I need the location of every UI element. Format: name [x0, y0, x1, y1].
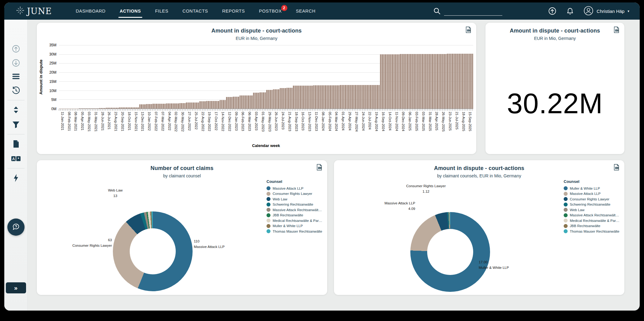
legend-color-dot	[266, 197, 270, 201]
filter-icon[interactable]	[11, 119, 21, 130]
translate-icon[interactable]: A *	[11, 153, 21, 164]
legend-color-dot	[564, 192, 568, 196]
legend-item[interactable]: Massive Attack LLP	[266, 186, 321, 190]
expand-sidebar-button[interactable]: »	[6, 282, 26, 293]
card-claims-by-counsel: Number of court claims by claimant couns…	[37, 160, 327, 295]
logo-mark-icon	[16, 6, 25, 16]
legend-item[interactable]: Schwering Rechtsanwälte	[266, 203, 321, 207]
slice-label-consumer-rights: Consumer Rights Lawyer1.12	[394, 184, 458, 195]
donut-chart-dispute: Consumer Rights Lawyer1.12 Massive Attac…	[334, 180, 563, 295]
legend-color-dot	[266, 224, 270, 228]
legend-item[interactable]: Thomas Mauser Rechtsanwälte	[266, 229, 321, 233]
search-icon[interactable]	[432, 6, 442, 16]
nav-item-contacts[interactable]: CONTACTS	[182, 2, 208, 20]
legend-item[interactable]: Massive Attack LLP	[564, 192, 618, 196]
legend-color-dot	[266, 229, 270, 233]
avatar-icon	[583, 6, 594, 17]
history-icon[interactable]	[11, 85, 21, 96]
y-axis-labels: 0M5M10M15M20M25M30M35M	[45, 45, 59, 109]
nav-item-actions[interactable]: ACTIONS	[120, 2, 141, 20]
legend-item[interactable]: Consumer Rights Lawyer	[266, 192, 321, 196]
legend-color-dot	[564, 186, 568, 190]
user-menu[interactable]: Christian Häp ▾	[583, 6, 629, 17]
x-axis-title: Calendar week	[59, 142, 473, 149]
export-xls-icon[interactable]: XLS	[613, 26, 619, 34]
app-window: JUNE DASHBOARDACTIONSFILESCONTACTSREPORT…	[4, 2, 640, 311]
legend-item[interactable]: Massive Attack Rechtsanwält…	[564, 213, 618, 217]
card-title: Amount in dispute - court-actions	[37, 28, 476, 34]
legend-color-dot	[266, 186, 270, 190]
upload-icon[interactable]	[548, 6, 557, 16]
tool-sidebar: A * »	[4, 20, 28, 311]
card-subtitle: by claimant counsel	[37, 173, 327, 178]
card-subtitle: EUR in Mio, Germany	[485, 36, 624, 41]
dashboard-main: Amount in dispute - court-actions EUR in…	[28, 20, 640, 311]
legend-item[interactable]: JBB Rechtsanwälte	[564, 224, 618, 228]
user-name: Christian Häp	[597, 9, 625, 14]
card-amount-in-dispute-timeline: Amount in dispute - court-actions EUR in…	[37, 23, 476, 154]
y-axis-title: Amount in dispute	[39, 60, 43, 95]
search-input[interactable]	[444, 9, 502, 16]
export-xls-icon[interactable]: XLS	[613, 164, 619, 172]
legend-item[interactable]: Massive Attack Rechtsanwält…	[266, 208, 321, 212]
export-xls-icon[interactable]: XLS	[316, 164, 322, 172]
legend-title: Counsel	[266, 179, 321, 184]
nav-menu: DASHBOARDACTIONSFILESCONTACTSREPORTSPOST…	[76, 2, 316, 20]
bar-chart: Amount in dispute 0M5M10M15M20M25M30M35M…	[37, 45, 476, 149]
legend-item[interactable]: JBB Rechtsanwälte	[266, 213, 321, 217]
navbar-right: Christian Häp ▾	[432, 6, 629, 17]
legend-color-dot	[564, 208, 568, 212]
scroll-to-bottom-icon[interactable]	[11, 58, 21, 68]
legend-color-dot	[564, 224, 568, 228]
legend-item[interactable]: Medical Rechtsanwälte & Par…	[564, 219, 618, 222]
x-axis-labels: 11-Jan-202108-Feb-202108-Mar-202105-Apr-…	[59, 111, 473, 142]
card-subtitle: by claimant counsels, EUR in Mio, German…	[334, 173, 624, 178]
help-chat-button[interactable]	[7, 219, 25, 236]
nav-item-reports[interactable]: REPORTS	[222, 2, 245, 20]
donut-hole	[130, 228, 176, 274]
legend-item[interactable]: Web Law	[266, 197, 321, 201]
nav-item-files[interactable]: FILES	[155, 2, 168, 20]
app-logo[interactable]: JUNE	[16, 6, 52, 16]
legend-color-dot	[266, 208, 270, 212]
legend-item[interactable]: Consumer Rights Lawyer	[564, 197, 618, 201]
legend-color-dot	[564, 219, 568, 222]
svg-text:XLS: XLS	[467, 29, 470, 31]
legend-color-dot	[564, 229, 568, 233]
legend-color-dot	[564, 213, 568, 217]
quick-actions-bolt-icon[interactable]	[11, 173, 21, 183]
card-subtitle: EUR in Mio, Germany	[37, 36, 476, 41]
nav-item-search[interactable]: SEARCH	[296, 2, 316, 20]
navbar: JUNE DASHBOARDACTIONSFILESCONTACTSREPORT…	[4, 2, 640, 20]
legend-claims: Counsel Massive Attack LLPConsumer Right…	[266, 179, 321, 235]
chevron-down-icon: ▾	[627, 9, 629, 13]
svg-text:A: A	[12, 157, 15, 161]
bar-plot	[59, 45, 473, 109]
legend-title: Counsel	[564, 179, 618, 184]
legend-item[interactable]: Web Law	[564, 208, 618, 212]
sort-icon[interactable]	[11, 105, 21, 115]
legend-item[interactable]: Thomas Mauser Rechtsanwälte	[564, 229, 618, 233]
legend-item[interactable]: Muller & White LLP	[266, 224, 321, 228]
legend-color-dot	[266, 219, 270, 222]
notifications-bell-icon[interactable]	[565, 6, 575, 16]
legend-item[interactable]: Schwering Rechtsanwälte	[564, 203, 618, 207]
slice-label-massive-attack: Massive Attack LLP4.09	[360, 201, 415, 212]
logo-text: JUNE	[27, 6, 52, 16]
menu-icon[interactable]	[11, 71, 21, 82]
card-title: Amount in dispute - court-actions	[485, 28, 624, 34]
nav-item-dashboard[interactable]: DASHBOARD	[76, 2, 105, 20]
scroll-to-top-icon[interactable]	[11, 44, 21, 54]
export-xls-icon[interactable]: XLS	[465, 26, 471, 34]
slice-label-massive-attack: 110Massive Attack LLP	[194, 239, 246, 250]
legend-item[interactable]: Muller & White LLP	[564, 186, 618, 190]
donut-ring[interactable]	[410, 212, 490, 292]
card-amount-in-dispute-total: Amount in dispute - court-actions EUR in…	[485, 23, 624, 154]
legend-item[interactable]: Medical Rechtsanwälte & Par…	[266, 219, 321, 222]
donut-hole	[427, 229, 473, 275]
document-icon[interactable]	[11, 139, 21, 149]
nav-item-postbox[interactable]: POSTBOX2	[259, 2, 282, 20]
legend-color-dot	[266, 192, 270, 196]
donut-ring[interactable]	[113, 211, 193, 291]
svg-text:XLS: XLS	[318, 167, 321, 169]
